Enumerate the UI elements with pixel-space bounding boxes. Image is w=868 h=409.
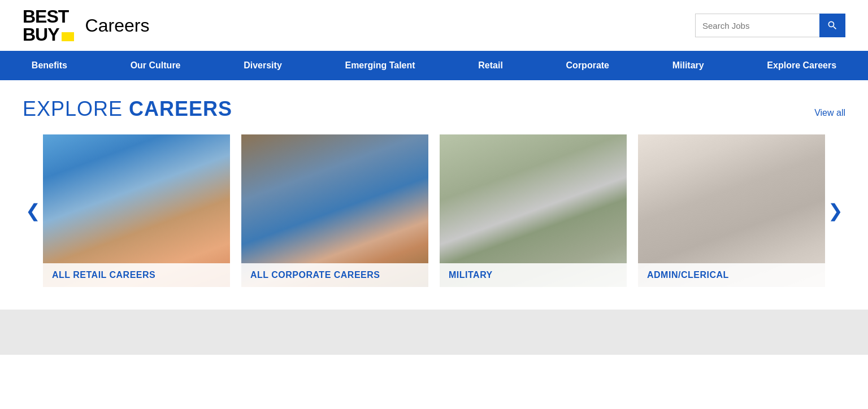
nav-link-benefits[interactable]: Benefits <box>21 51 77 80</box>
svg-rect-36 <box>549 246 561 249</box>
svg-rect-39 <box>638 138 825 282</box>
nav-list: Benefits Our Culture Diversity Emerging … <box>0 51 868 80</box>
svg-rect-4 <box>187 157 219 181</box>
nav-link-corporate[interactable]: Corporate <box>556 51 619 80</box>
carousel-prev-button[interactable]: ❮ <box>23 201 43 221</box>
career-card-admin[interactable]: ADMIN/CLERICAL <box>638 134 825 287</box>
svg-rect-41 <box>750 155 783 198</box>
search-icon <box>827 20 838 31</box>
view-all-link[interactable]: View all <box>814 108 845 118</box>
svg-point-8 <box>90 176 114 195</box>
explore-careers-section: EXPLORE CAREERS View all ❮ <box>0 80 868 298</box>
svg-point-16 <box>303 176 329 203</box>
svg-point-9 <box>146 188 174 217</box>
card-label-retail: ALL RETAIL CAREERS <box>43 263 230 287</box>
nav-item-benefits[interactable]: Benefits <box>21 51 77 80</box>
card-label-corporate: ALL CORPORATE CAREERS <box>241 263 428 287</box>
svg-rect-23 <box>440 138 627 282</box>
nav-item-our-culture[interactable]: Our Culture <box>120 51 191 80</box>
svg-rect-40 <box>745 149 825 256</box>
nav-item-explore-careers[interactable]: Explore Careers <box>757 51 847 80</box>
svg-point-10 <box>151 184 170 205</box>
svg-rect-29 <box>548 164 554 191</box>
nav-link-explore-careers[interactable]: Explore Careers <box>757 51 847 80</box>
career-card-military[interactable]: MILITARY <box>440 134 627 287</box>
svg-rect-35 <box>549 245 561 247</box>
svg-point-27 <box>512 153 555 176</box>
nav-link-emerging-talent[interactable]: Emerging Talent <box>335 51 425 80</box>
nav-bar: Benefits Our Culture Diversity Emerging … <box>0 51 868 80</box>
logo-buy: BUY <box>23 25 59 43</box>
svg-rect-5 <box>123 171 150 191</box>
carousel-next-button[interactable]: ❯ <box>825 201 845 221</box>
nav-item-corporate[interactable]: Corporate <box>556 51 619 80</box>
svg-point-45 <box>712 163 750 206</box>
svg-rect-24 <box>440 138 627 282</box>
svg-point-21 <box>276 180 291 195</box>
svg-point-22 <box>308 241 351 250</box>
explore-title: EXPLORE CAREERS <box>23 97 232 121</box>
search-input[interactable] <box>695 14 819 37</box>
svg-point-7 <box>91 177 112 201</box>
logo-best: BEST <box>23 7 68 25</box>
svg-rect-42 <box>788 155 820 198</box>
nav-link-retail[interactable]: Retail <box>468 51 513 80</box>
logo-careers: Careers <box>85 15 150 36</box>
career-card-retail[interactable]: ALL RETAIL CAREERS <box>43 134 230 287</box>
search-area <box>695 14 845 37</box>
svg-rect-0 <box>43 138 230 282</box>
svg-rect-30 <box>514 245 522 250</box>
nav-item-emerging-talent[interactable]: Emerging Talent <box>335 51 425 80</box>
nav-link-military[interactable]: Military <box>662 51 714 80</box>
nav-item-military[interactable]: Military <box>662 51 714 80</box>
nav-item-retail[interactable]: Retail <box>468 51 513 80</box>
explore-title-bold: CAREERS <box>129 97 232 120</box>
logo-tag-icon <box>62 32 74 41</box>
svg-point-14 <box>388 162 404 179</box>
card-label-military: MILITARY <box>440 263 627 287</box>
search-button[interactable] <box>819 14 845 37</box>
svg-rect-12 <box>153 245 168 256</box>
svg-rect-1 <box>139 149 182 181</box>
svg-point-19 <box>340 181 356 199</box>
nav-link-our-culture[interactable]: Our Culture <box>120 51 191 80</box>
svg-point-47 <box>735 178 740 184</box>
svg-rect-34 <box>549 242 561 245</box>
svg-point-46 <box>722 178 727 184</box>
explore-header: EXPLORE CAREERS View all <box>23 97 845 121</box>
svg-point-18 <box>336 185 360 210</box>
nav-link-diversity[interactable]: Diversity <box>233 51 292 80</box>
svg-point-15 <box>405 158 419 172</box>
logo-area: BEST BUY Careers <box>23 7 149 43</box>
svg-rect-48 <box>726 202 737 215</box>
site-header: BEST BUY Careers <box>0 0 868 51</box>
svg-point-11 <box>149 182 172 197</box>
logo-box: BEST BUY <box>23 7 74 43</box>
svg-point-3 <box>157 155 170 168</box>
bottom-bar <box>0 310 868 355</box>
logo-buy-row: BUY <box>23 25 74 43</box>
svg-point-20 <box>274 183 295 207</box>
svg-point-26 <box>513 155 554 189</box>
svg-rect-33 <box>549 242 561 249</box>
svg-rect-13 <box>241 138 428 282</box>
carousel-wrapper: ❮ <box>23 134 845 287</box>
explore-title-light: EXPLORE <box>23 97 129 120</box>
svg-rect-37 <box>549 242 554 247</box>
svg-rect-44 <box>706 171 717 224</box>
svg-point-17 <box>307 172 324 191</box>
svg-rect-28 <box>512 164 518 191</box>
carousel-track: ALL RETAIL CAREERS <box>43 134 825 287</box>
svg-point-43 <box>706 144 757 198</box>
svg-rect-38 <box>638 138 825 282</box>
nav-item-diversity[interactable]: Diversity <box>233 51 292 80</box>
card-label-admin: ADMIN/CLERICAL <box>638 263 825 287</box>
svg-point-25 <box>511 154 555 203</box>
svg-point-6 <box>87 181 117 214</box>
svg-rect-2 <box>145 152 177 173</box>
career-card-corporate[interactable]: ALL CORPORATE CAREERS <box>241 134 428 287</box>
svg-rect-31 <box>533 254 540 258</box>
